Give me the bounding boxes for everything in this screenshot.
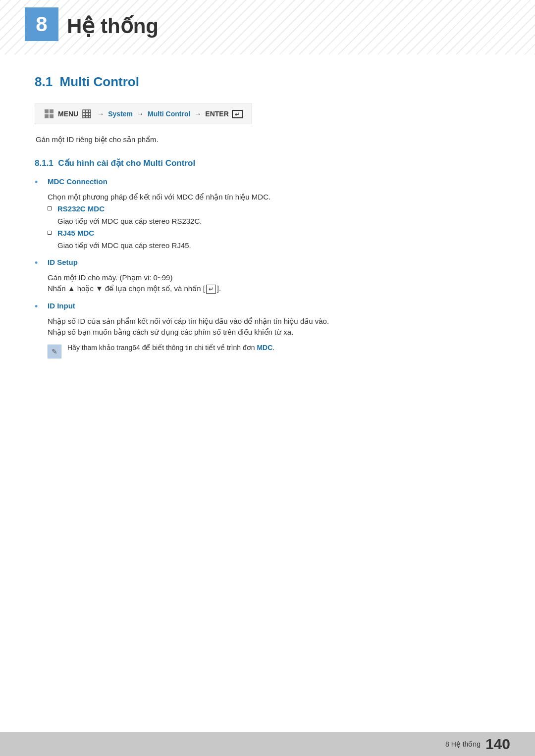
menu-multi-control: Multi Control: [148, 110, 190, 118]
menu-enter-label: ENTER: [205, 110, 228, 118]
enter-key-symbol: ↵: [206, 285, 216, 294]
product-id-text: Gán một ID riêng biệt cho sản phẩm.: [36, 135, 500, 144]
svg-rect-12: [89, 116, 91, 118]
subsection-number: 8.1.1: [35, 158, 54, 168]
menu-arrow2: →: [137, 110, 144, 118]
note-box: Hãy tham khảo trang64 để biết thông tin …: [48, 344, 500, 358]
rj45-label: RJ45 MDC: [57, 229, 94, 237]
enter-key-icon: ↵: [232, 110, 243, 118]
rs232c-desc: Giao tiếp với MDC qua cáp stereo RS232C.: [57, 217, 500, 226]
sub-bullet-rs232c: RS232C MDC: [48, 204, 500, 213]
mdc-desc: Chọn một phương pháp để kết nối với MDC …: [48, 193, 500, 202]
idinput-desc1: Nhập số ID của sản phẩm kết nối với cáp …: [48, 317, 500, 326]
footer-page-number: 140: [485, 736, 510, 753]
menu-arrow3: →: [194, 110, 201, 118]
idinput-desc2: Nhập số bạn muốn bằng cách sử dụng các p…: [48, 328, 500, 337]
bullet-mdc-connection: • MDC Connection Chọn một phương pháp để…: [35, 177, 500, 250]
menu-arrow1: →: [97, 110, 104, 118]
idsetup-desc1: Gán một ID cho máy. (Phạm vi: 0~99): [48, 273, 500, 282]
menu-icon: [44, 109, 54, 119]
note-icon: [48, 345, 61, 358]
menu-system: System: [108, 110, 133, 118]
menu-label: MENU: [58, 110, 78, 118]
svg-rect-3: [50, 114, 54, 118]
svg-rect-11: [86, 116, 88, 118]
svg-rect-1: [50, 109, 54, 113]
svg-rect-10: [83, 116, 85, 118]
bullet-item-idsetup: • ID Setup: [35, 258, 500, 268]
sub-bullet-sq-1: [48, 206, 52, 210]
svg-rect-2: [45, 114, 49, 118]
grid-icon: [82, 109, 91, 118]
page-footer: 8 Hệ thống 140: [0, 732, 535, 756]
bullet-id-input: • ID Input Nhập số ID của sản phẩm kết n…: [35, 302, 500, 358]
svg-rect-5: [86, 110, 88, 112]
main-content: 8.1 Multi Control MENU → System → Multi …: [0, 54, 535, 406]
chapter-badge: 8: [25, 7, 58, 41]
sub-bullet-sq-2: [48, 231, 52, 235]
section-heading: Multi Control: [60, 74, 139, 89]
subsection-title: 8.1.1 Cấu hình cài đặt cho Multi Control: [35, 158, 500, 168]
subsection-heading: Cấu hình cài đặt cho Multi Control: [58, 158, 195, 168]
bullet-label-idsetup: ID Setup: [48, 258, 78, 266]
menu-path-bar: MENU → System → Multi Control → ENTER ↵: [35, 103, 252, 124]
bullet-item-mdc: • MDC Connection: [35, 177, 500, 188]
section-number: 8.1: [35, 74, 53, 89]
svg-rect-8: [86, 113, 88, 115]
sub-bullet-rj45: RJ45 MDC: [48, 229, 500, 237]
footer-text: 8 Hệ thống: [445, 740, 481, 748]
chapter-title: Hệ thống: [67, 14, 159, 38]
note-bold-mdc: MDC: [257, 344, 272, 352]
bullet-dot-2: •: [35, 258, 43, 268]
bullet-item-idinput: • ID Input: [35, 302, 500, 312]
svg-rect-9: [89, 113, 91, 115]
bullet-label-idinput: ID Input: [48, 302, 75, 310]
svg-rect-0: [45, 109, 49, 113]
page-header: 8 Hệ thống: [0, 0, 535, 54]
svg-rect-6: [89, 110, 91, 112]
note-text: Hãy tham khảo trang64 để biết thông tin …: [67, 344, 274, 352]
rj45-desc: Giao tiếp với MDC qua cáp stereo RJ45.: [57, 241, 500, 250]
idsetup-desc2: Nhấn ▲ hoặc ▼ để lựa chọn một số, và nhấ…: [48, 284, 500, 294]
chapter-number: 8: [36, 12, 47, 36]
bullet-id-setup: • ID Setup Gán một ID cho máy. (Phạm vi:…: [35, 258, 500, 294]
svg-rect-4: [83, 110, 85, 112]
rs232c-label: RS232C MDC: [57, 204, 105, 213]
svg-rect-7: [83, 113, 85, 115]
bullet-dot-3: •: [35, 302, 43, 312]
bullet-label-mdc: MDC Connection: [48, 177, 107, 186]
bullet-dot-1: •: [35, 177, 43, 188]
sub-bullet-list-mdc: RS232C MDC Giao tiếp với MDC qua cáp ste…: [48, 204, 500, 250]
section-title: 8.1 Multi Control: [35, 74, 500, 90]
